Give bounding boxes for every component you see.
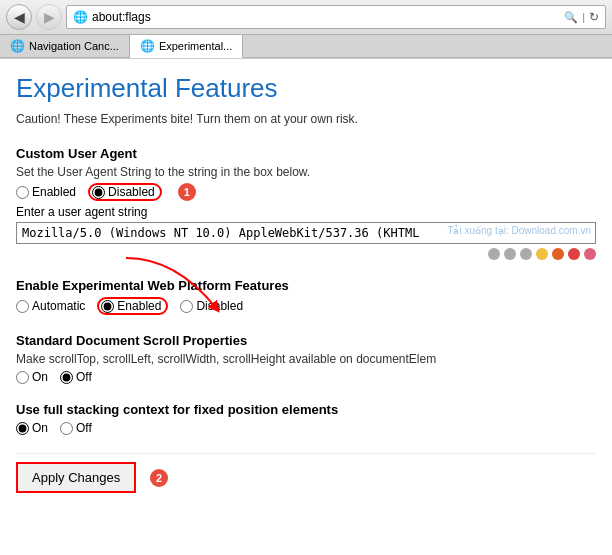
user-agent-input[interactable] [16,222,596,244]
page-title: Experimental Features [16,73,596,104]
bottom-bar: Apply Changes 2 [16,453,596,493]
tab-icon-2: 🌐 [140,39,155,53]
section-title-experimental: Enable Experimental Web Platform Feature… [16,278,596,293]
radio-experimental-disabled[interactable]: Disabled [180,299,243,313]
radio-user-agent-disabled[interactable]: Disabled [88,183,162,201]
refresh-icon[interactable]: ↻ [589,10,599,24]
dot-gray2 [504,248,516,260]
radio-stacking-off[interactable]: Off [60,421,92,435]
section-experimental-web-platform: Enable Experimental Web Platform Feature… [16,278,596,315]
radio-scroll-on[interactable]: On [16,370,48,384]
nav-bar: ◀ ▶ 🌐 🔍 | ↻ [0,0,612,35]
radio-group-stacking: On Off [16,421,596,435]
dot-gray [488,248,500,260]
annotation-1: 1 [178,183,196,201]
annotation-2: 2 [150,469,168,487]
dot-yellow [536,248,548,260]
radio-stacking-on[interactable]: On [16,421,48,435]
section-desc-custom-user-agent: Set the User Agent String to the string … [16,165,596,179]
dot-pink [584,248,596,260]
tab-experimental[interactable]: 🌐 Experimental... [130,35,243,58]
separator-icon: | [582,11,585,23]
address-input[interactable] [92,10,560,24]
dot-red [568,248,580,260]
radio-group-user-agent: Enabled Disabled 1 [16,183,596,201]
tab-icon-1: 🌐 [10,39,25,53]
tab-label-1: Navigation Canc... [29,40,119,52]
section-scroll-properties: Standard Document Scroll Properties Make… [16,333,596,384]
ie-logo-icon: 🌐 [73,10,88,24]
color-dots [16,248,596,260]
section-stacking-context: Use full stacking context for fixed posi… [16,402,596,435]
browser-chrome: ◀ ▶ 🌐 🔍 | ↻ 🌐 Navigation Canc... 🌐 Exper… [0,0,612,59]
section-title-custom-user-agent: Custom User Agent [16,146,596,161]
text-input-wrapper: Tải xuống tại: Download.com.vn [16,222,596,244]
apply-changes-button[interactable]: Apply Changes [16,462,136,493]
text-input-label-user-agent: Enter a user agent string [16,205,596,219]
radio-scroll-off[interactable]: Off [60,370,92,384]
forward-button[interactable]: ▶ [36,4,62,30]
radio-group-scroll: On Off [16,370,596,384]
page-content: Experimental Features Caution! These Exp… [0,59,612,513]
tabs-bar: 🌐 Navigation Canc... 🌐 Experimental... [0,35,612,58]
tab-label-2: Experimental... [159,40,232,52]
address-bar: 🌐 🔍 | ↻ [66,5,606,29]
section-title-stacking: Use full stacking context for fixed posi… [16,402,596,417]
section-title-scroll: Standard Document Scroll Properties [16,333,596,348]
radio-experimental-automatic[interactable]: Automatic [16,299,85,313]
dot-orange [552,248,564,260]
tab-navigation-cancel[interactable]: 🌐 Navigation Canc... [0,35,130,57]
dot-gray3 [520,248,532,260]
radio-group-experimental: Automatic Enabled Disabled [16,297,596,315]
radio-user-agent-enabled[interactable]: Enabled [16,185,76,199]
radio-experimental-enabled[interactable]: Enabled [97,297,168,315]
page-warning: Caution! These Experiments bite! Turn th… [16,112,596,126]
back-button[interactable]: ◀ [6,4,32,30]
section-custom-user-agent: Custom User Agent Set the User Agent Str… [16,146,596,260]
search-icon: 🔍 [564,11,578,24]
section-desc-scroll: Make scrollTop, scrollLeft, scrollWidth,… [16,352,596,366]
